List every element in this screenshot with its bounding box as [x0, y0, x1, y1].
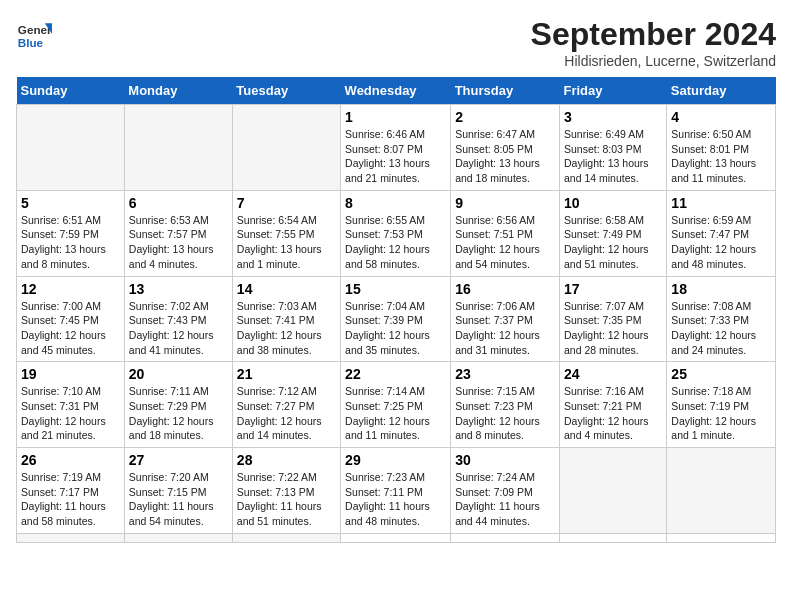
- calendar-row: 1Sunrise: 6:46 AM Sunset: 8:07 PM Daylig…: [17, 105, 776, 191]
- day-info: Sunrise: 6:54 AM Sunset: 7:55 PM Dayligh…: [237, 213, 336, 272]
- table-row: 19Sunrise: 7:10 AM Sunset: 7:31 PM Dayli…: [17, 362, 125, 448]
- day-info: Sunrise: 7:06 AM Sunset: 7:37 PM Dayligh…: [455, 299, 555, 358]
- day-number: 10: [564, 195, 662, 211]
- weekday-header-row: Sunday Monday Tuesday Wednesday Thursday…: [17, 77, 776, 105]
- table-row: 16Sunrise: 7:06 AM Sunset: 7:37 PM Dayli…: [451, 276, 560, 362]
- table-row: 2Sunrise: 6:47 AM Sunset: 8:05 PM Daylig…: [451, 105, 560, 191]
- page-header: General Blue September 2024 Hildisrieden…: [16, 16, 776, 69]
- header-monday: Monday: [124, 77, 232, 105]
- day-info: Sunrise: 7:20 AM Sunset: 7:15 PM Dayligh…: [129, 470, 228, 529]
- table-row: 7Sunrise: 6:54 AM Sunset: 7:55 PM Daylig…: [232, 190, 340, 276]
- calendar-row: 19Sunrise: 7:10 AM Sunset: 7:31 PM Dayli…: [17, 362, 776, 448]
- table-row: 17Sunrise: 7:07 AM Sunset: 7:35 PM Dayli…: [559, 276, 666, 362]
- header-wednesday: Wednesday: [341, 77, 451, 105]
- table-row: 15Sunrise: 7:04 AM Sunset: 7:39 PM Dayli…: [341, 276, 451, 362]
- day-number: 6: [129, 195, 228, 211]
- table-row: 18Sunrise: 7:08 AM Sunset: 7:33 PM Dayli…: [667, 276, 776, 362]
- table-row: [559, 533, 666, 542]
- day-info: Sunrise: 7:24 AM Sunset: 7:09 PM Dayligh…: [455, 470, 555, 529]
- day-number: 2: [455, 109, 555, 125]
- table-row: [667, 533, 776, 542]
- day-info: Sunrise: 7:22 AM Sunset: 7:13 PM Dayligh…: [237, 470, 336, 529]
- day-number: 16: [455, 281, 555, 297]
- calendar-subtitle: Hildisrieden, Lucerne, Switzerland: [531, 53, 776, 69]
- day-info: Sunrise: 7:10 AM Sunset: 7:31 PM Dayligh…: [21, 384, 120, 443]
- table-row: [232, 533, 340, 542]
- day-info: Sunrise: 6:50 AM Sunset: 8:01 PM Dayligh…: [671, 127, 771, 186]
- day-info: Sunrise: 6:49 AM Sunset: 8:03 PM Dayligh…: [564, 127, 662, 186]
- day-info: Sunrise: 7:14 AM Sunset: 7:25 PM Dayligh…: [345, 384, 446, 443]
- header-friday: Friday: [559, 77, 666, 105]
- calendar-title: September 2024: [531, 16, 776, 53]
- day-number: 14: [237, 281, 336, 297]
- table-row: [451, 533, 560, 542]
- day-number: 1: [345, 109, 446, 125]
- day-number: 21: [237, 366, 336, 382]
- day-info: Sunrise: 7:03 AM Sunset: 7:41 PM Dayligh…: [237, 299, 336, 358]
- header-saturday: Saturday: [667, 77, 776, 105]
- table-row: 3Sunrise: 6:49 AM Sunset: 8:03 PM Daylig…: [559, 105, 666, 191]
- table-row: 4Sunrise: 6:50 AM Sunset: 8:01 PM Daylig…: [667, 105, 776, 191]
- title-area: September 2024 Hildisrieden, Lucerne, Sw…: [531, 16, 776, 69]
- table-row: 1Sunrise: 6:46 AM Sunset: 8:07 PM Daylig…: [341, 105, 451, 191]
- table-row: 30Sunrise: 7:24 AM Sunset: 7:09 PM Dayli…: [451, 448, 560, 534]
- day-number: 30: [455, 452, 555, 468]
- table-row: [341, 533, 451, 542]
- calendar-table: Sunday Monday Tuesday Wednesday Thursday…: [16, 77, 776, 543]
- day-number: 24: [564, 366, 662, 382]
- day-info: Sunrise: 6:47 AM Sunset: 8:05 PM Dayligh…: [455, 127, 555, 186]
- day-number: 27: [129, 452, 228, 468]
- day-info: Sunrise: 7:08 AM Sunset: 7:33 PM Dayligh…: [671, 299, 771, 358]
- day-info: Sunrise: 7:23 AM Sunset: 7:11 PM Dayligh…: [345, 470, 446, 529]
- table-row: 29Sunrise: 7:23 AM Sunset: 7:11 PM Dayli…: [341, 448, 451, 534]
- table-row: [17, 533, 125, 542]
- table-row: [17, 105, 125, 191]
- table-row: [124, 105, 232, 191]
- day-number: 11: [671, 195, 771, 211]
- day-info: Sunrise: 7:19 AM Sunset: 7:17 PM Dayligh…: [21, 470, 120, 529]
- day-number: 17: [564, 281, 662, 297]
- header-thursday: Thursday: [451, 77, 560, 105]
- day-info: Sunrise: 7:02 AM Sunset: 7:43 PM Dayligh…: [129, 299, 228, 358]
- table-row: [232, 105, 340, 191]
- table-row: 25Sunrise: 7:18 AM Sunset: 7:19 PM Dayli…: [667, 362, 776, 448]
- table-row: [559, 448, 666, 534]
- day-number: 12: [21, 281, 120, 297]
- day-number: 9: [455, 195, 555, 211]
- table-row: [667, 448, 776, 534]
- day-info: Sunrise: 7:07 AM Sunset: 7:35 PM Dayligh…: [564, 299, 662, 358]
- day-number: 5: [21, 195, 120, 211]
- day-info: Sunrise: 6:58 AM Sunset: 7:49 PM Dayligh…: [564, 213, 662, 272]
- day-number: 18: [671, 281, 771, 297]
- day-info: Sunrise: 6:51 AM Sunset: 7:59 PM Dayligh…: [21, 213, 120, 272]
- day-number: 26: [21, 452, 120, 468]
- day-info: Sunrise: 7:00 AM Sunset: 7:45 PM Dayligh…: [21, 299, 120, 358]
- day-info: Sunrise: 6:53 AM Sunset: 7:57 PM Dayligh…: [129, 213, 228, 272]
- header-sunday: Sunday: [17, 77, 125, 105]
- day-number: 22: [345, 366, 446, 382]
- table-row: 12Sunrise: 7:00 AM Sunset: 7:45 PM Dayli…: [17, 276, 125, 362]
- calendar-row: [17, 533, 776, 542]
- day-info: Sunrise: 7:12 AM Sunset: 7:27 PM Dayligh…: [237, 384, 336, 443]
- calendar-row: 5Sunrise: 6:51 AM Sunset: 7:59 PM Daylig…: [17, 190, 776, 276]
- day-number: 20: [129, 366, 228, 382]
- day-info: Sunrise: 6:59 AM Sunset: 7:47 PM Dayligh…: [671, 213, 771, 272]
- table-row: 10Sunrise: 6:58 AM Sunset: 7:49 PM Dayli…: [559, 190, 666, 276]
- day-number: 4: [671, 109, 771, 125]
- table-row: 27Sunrise: 7:20 AM Sunset: 7:15 PM Dayli…: [124, 448, 232, 534]
- table-row: 26Sunrise: 7:19 AM Sunset: 7:17 PM Dayli…: [17, 448, 125, 534]
- day-info: Sunrise: 6:55 AM Sunset: 7:53 PM Dayligh…: [345, 213, 446, 272]
- day-info: Sunrise: 6:56 AM Sunset: 7:51 PM Dayligh…: [455, 213, 555, 272]
- table-row: [124, 533, 232, 542]
- day-number: 8: [345, 195, 446, 211]
- table-row: 21Sunrise: 7:12 AM Sunset: 7:27 PM Dayli…: [232, 362, 340, 448]
- table-row: 8Sunrise: 6:55 AM Sunset: 7:53 PM Daylig…: [341, 190, 451, 276]
- day-number: 15: [345, 281, 446, 297]
- calendar-row: 26Sunrise: 7:19 AM Sunset: 7:17 PM Dayli…: [17, 448, 776, 534]
- table-row: 14Sunrise: 7:03 AM Sunset: 7:41 PM Dayli…: [232, 276, 340, 362]
- svg-text:Blue: Blue: [18, 36, 44, 49]
- day-info: Sunrise: 7:18 AM Sunset: 7:19 PM Dayligh…: [671, 384, 771, 443]
- table-row: 11Sunrise: 6:59 AM Sunset: 7:47 PM Dayli…: [667, 190, 776, 276]
- table-row: 28Sunrise: 7:22 AM Sunset: 7:13 PM Dayli…: [232, 448, 340, 534]
- table-row: 13Sunrise: 7:02 AM Sunset: 7:43 PM Dayli…: [124, 276, 232, 362]
